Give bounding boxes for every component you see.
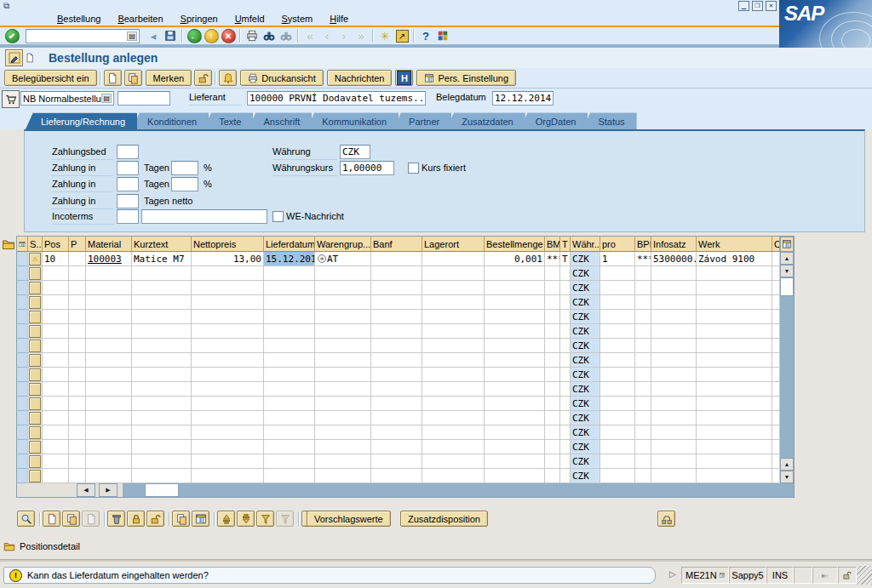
grid-cell-bestellmenge[interactable] xyxy=(485,411,545,425)
grid-cell-warengrup[interactable] xyxy=(315,425,371,440)
grid-cell-p[interactable] xyxy=(69,266,86,281)
grid-cell-t[interactable] xyxy=(560,324,571,339)
grid-cell-infosatz[interactable] xyxy=(651,295,697,310)
row-status-cell[interactable] xyxy=(28,382,43,397)
grid-cell-material[interactable] xyxy=(86,382,132,397)
grid-select-all-icon[interactable] xyxy=(17,237,28,252)
grid-cell-waehr[interactable]: CZK xyxy=(571,324,600,339)
print-icon[interactable] xyxy=(244,28,261,43)
grid-cell-pos[interactable] xyxy=(43,339,69,353)
tab-partner[interactable]: Partner xyxy=(393,112,451,129)
grid-cell-warengrup[interactable] xyxy=(315,397,371,411)
grid-cell-bme[interactable] xyxy=(545,454,560,469)
grid-cell-pos[interactable] xyxy=(43,353,69,368)
menu-hilfe[interactable]: Hilfe xyxy=(322,13,356,25)
grid-cell-bpm[interactable] xyxy=(635,397,651,411)
grid-cell-infosatz[interactable] xyxy=(651,310,697,324)
dropdown-icon[interactable]: ▤ xyxy=(101,94,112,103)
grid-cell-kurztext[interactable] xyxy=(132,454,192,469)
row-status-cell[interactable] xyxy=(28,266,43,281)
grid-cell-kurztext[interactable] xyxy=(132,324,192,339)
grid-cell-bme[interactable] xyxy=(545,310,560,324)
grid-cell-waehr[interactable]: CZK xyxy=(571,440,600,454)
grid-cell-cl[interactable] xyxy=(772,353,780,368)
grid-cell-bestellmenge[interactable] xyxy=(485,440,545,454)
grid-cell-infosatz[interactable] xyxy=(651,324,697,339)
grid-cell-infosatz[interactable] xyxy=(651,353,697,368)
grid-cell-material[interactable] xyxy=(86,469,132,483)
grid-cell-bme[interactable] xyxy=(545,281,560,295)
row-select-cell[interactable] xyxy=(17,440,28,454)
row-status-cell[interactable] xyxy=(28,281,43,295)
grid-cell-bpm[interactable] xyxy=(635,382,651,397)
grid-cell-warengrup[interactable] xyxy=(315,368,371,382)
grid-cell-nettopreis[interactable] xyxy=(192,368,264,382)
grid-cell-infosatz[interactable] xyxy=(651,382,697,397)
grid-cell-pos[interactable] xyxy=(43,310,69,324)
resize-grip[interactable] xyxy=(857,566,872,585)
find-icon[interactable] xyxy=(261,28,278,43)
grid-cell-bestellmenge[interactable]: 0,001 xyxy=(485,252,545,266)
grid-cell-pos[interactable] xyxy=(43,411,69,425)
supplier-field[interactable]: 100000 PRVNÍ Dodavatel tuzems... xyxy=(247,91,426,106)
grid-cell-werk[interactable] xyxy=(697,440,772,454)
grid-cell-p[interactable] xyxy=(69,411,86,425)
row-status-cell[interactable] xyxy=(28,368,43,382)
grid-cell-t[interactable] xyxy=(560,397,571,411)
grid-cell-bpm[interactable] xyxy=(635,266,651,281)
grid-col-p[interactable]: P xyxy=(69,237,86,252)
grid-cell-lagerort[interactable] xyxy=(422,310,485,324)
grid-cell-banf[interactable] xyxy=(371,266,422,281)
grid-cell-nettopreis[interactable] xyxy=(192,295,264,310)
grid-cell-bpm[interactable] xyxy=(635,353,651,368)
grid-cell-pro[interactable] xyxy=(600,382,635,397)
grid-cell-bme[interactable] xyxy=(545,324,560,339)
grid-cell-banf[interactable] xyxy=(371,440,422,454)
grid-cell-cl[interactable] xyxy=(772,339,780,353)
grid-cell-infosatz[interactable] xyxy=(651,339,697,353)
row-select-cell[interactable] xyxy=(17,469,28,483)
grid-cell-cl[interactable] xyxy=(772,397,780,411)
grid-cell-warengrup[interactable]: AT xyxy=(315,252,371,266)
grid-cell-pro[interactable]: 1 xyxy=(600,252,635,266)
grid-col-bestellmenge[interactable]: Bestellmenge xyxy=(485,237,545,252)
grid-cell-bme[interactable] xyxy=(545,368,560,382)
grid-cell-cl[interactable] xyxy=(772,454,780,469)
minimize-button[interactable]: ▁ xyxy=(738,1,749,11)
grid-cell-nettopreis[interactable]: 13,00 xyxy=(192,252,264,266)
grid-cell-lieferdatum[interactable] xyxy=(264,339,315,353)
row-select-cell[interactable] xyxy=(17,397,28,411)
grid-cell-nettopreis[interactable] xyxy=(192,339,264,353)
order-type-extra-field[interactable] xyxy=(118,91,170,106)
grid-cell-material[interactable] xyxy=(86,353,132,368)
grid-cell-lieferdatum[interactable] xyxy=(264,382,315,397)
grid-cell-material[interactable] xyxy=(86,368,132,382)
grid-cell-warengrup[interactable] xyxy=(315,266,371,281)
row-status-cell[interactable] xyxy=(28,339,43,353)
grid-cell-lieferdatum[interactable] xyxy=(264,397,315,411)
incoterms-text-field[interactable] xyxy=(141,209,267,224)
grid-cell-lagerort[interactable] xyxy=(422,382,485,397)
grid-cell-t[interactable] xyxy=(560,425,571,440)
grid-cell-p[interactable] xyxy=(69,440,86,454)
grid-cell-material[interactable] xyxy=(86,454,132,469)
grid-cell-pro[interactable] xyxy=(600,454,635,469)
grid-cell-lieferdatum[interactable] xyxy=(264,295,315,310)
grid-cell-werk[interactable] xyxy=(697,310,772,324)
grid-cell-infosatz[interactable]: 5300000... xyxy=(651,252,697,266)
row-select-cell[interactable] xyxy=(17,353,28,368)
grid-cell-pro[interactable] xyxy=(600,425,635,440)
grid-cell-t[interactable] xyxy=(560,310,571,324)
grid-cell-waehr[interactable]: CZK xyxy=(571,368,600,382)
sort-ascending-icon[interactable] xyxy=(217,511,235,527)
document-icon[interactable] xyxy=(23,50,37,66)
vscroll-page-up-icon[interactable]: ▲ xyxy=(780,458,794,471)
grid-cell-banf[interactable] xyxy=(371,281,422,295)
grid-cell-cl[interactable] xyxy=(772,411,780,425)
grid-col-lieferdatum[interactable]: Lieferdatum xyxy=(264,237,315,252)
grid-cell-pos[interactable]: 10 xyxy=(43,252,69,266)
additional-planning-button[interactable]: Zusatzdisposition xyxy=(400,511,488,527)
grid-cell-cl[interactable] xyxy=(772,310,780,324)
grid-cell-bme[interactable] xyxy=(545,411,560,425)
grid-cell-waehr[interactable]: CZK xyxy=(571,310,600,324)
